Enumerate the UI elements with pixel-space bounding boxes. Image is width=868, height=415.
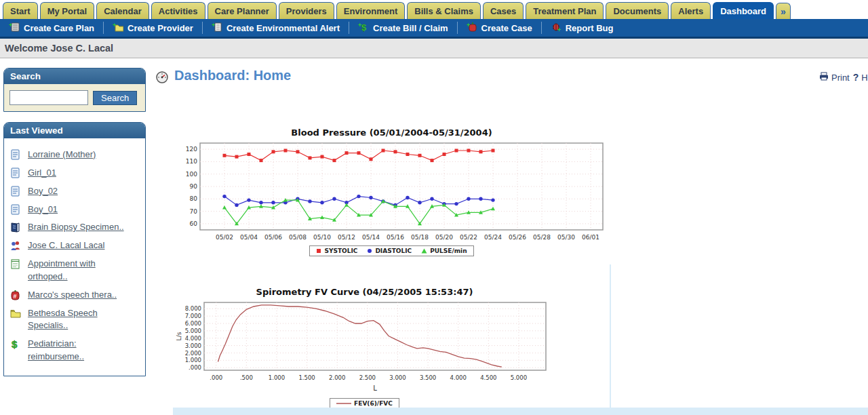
dashboard-page: { "tabs": { "items": [ {"label":"Start",… xyxy=(0,0,868,415)
svg-text:1.000: 1.000 xyxy=(269,374,285,381)
last-viewed-item-appointment[interactable]: Appointment with orthoped.. xyxy=(10,258,141,283)
tab-alerts[interactable]: Alerts xyxy=(671,2,711,19)
svg-text:90: 90 xyxy=(190,183,198,190)
help-label: Help xyxy=(861,73,868,83)
print-link[interactable]: Print xyxy=(819,72,850,83)
svg-text:80: 80 xyxy=(190,195,198,202)
blood-pressure-chart-panel: Blood Pressure (05/01/2004-05/31/2004) 6… xyxy=(173,125,610,271)
create-environmental-alert-button[interactable]: + Create Environmental Alert xyxy=(203,19,349,37)
last-viewed-panel: Last Viewed Lorraine (Mother) Girl_01 Bo… xyxy=(3,122,146,376)
svg-text:05/18: 05/18 xyxy=(411,234,429,241)
tab-activities[interactable]: Activities xyxy=(151,2,205,19)
svg-text:05/20: 05/20 xyxy=(435,234,453,241)
svg-text:L/s: L/s xyxy=(176,332,182,340)
blood-pressure-legend: SYSTOLIC DIASTOLIC PULSE/min xyxy=(309,245,473,256)
tab-dashboard[interactable]: Dashboard xyxy=(713,2,774,19)
tab-care-planner[interactable]: Care Planner xyxy=(208,2,277,19)
tab-environment[interactable]: Environment xyxy=(336,2,405,19)
svg-text:.000: .000 xyxy=(210,374,222,381)
create-case-icon: + xyxy=(467,22,477,34)
svg-text:+: + xyxy=(9,22,12,28)
svg-text:110: 110 xyxy=(186,158,197,165)
portlet-bottom-strip xyxy=(173,408,868,415)
blood-pressure-legend-row: SYSTOLIC DIASTOLIC PULSE/min xyxy=(173,245,610,256)
last-viewed-item-bethesda[interactable]: Bethesda Speech Specialis.. xyxy=(10,307,141,333)
spirometry-chart-title: Spirometry FV Curve (04/25/2005 15:53:47… xyxy=(173,285,556,298)
page-title: Dashboard: Home xyxy=(174,68,291,83)
triangle-marker-icon xyxy=(421,248,427,254)
svg-text:1.000: 1.000 xyxy=(185,357,201,363)
svg-text:4.500: 4.500 xyxy=(480,374,496,381)
case-red-icon: # xyxy=(10,290,22,300)
svg-text:$: $ xyxy=(12,338,18,349)
search-button[interactable]: Search xyxy=(93,91,137,105)
last-viewed-item-jose-lacal[interactable]: Jose C. Lacal Lacal xyxy=(10,239,141,252)
spirometry-chart: .0001.0002.0003.0004.0005.0006.0007.0008… xyxy=(173,298,556,395)
create-provider-button[interactable]: + Create Provider xyxy=(104,19,202,37)
svg-text:2.500: 2.500 xyxy=(359,374,376,381)
line-marker-icon xyxy=(336,401,351,406)
contact-card-icon xyxy=(10,204,22,215)
svg-text:60: 60 xyxy=(190,220,198,227)
tab-documents[interactable]: Documents xyxy=(606,2,669,19)
svg-text:06/01: 06/01 xyxy=(582,234,599,241)
last-viewed-item-pediatrician[interactable]: $ Pediatrician: reimburseme.. xyxy=(10,338,141,363)
svg-text:05/28: 05/28 xyxy=(533,234,551,241)
svg-text:4.000: 4.000 xyxy=(450,374,467,381)
last-viewed-item-boy01[interactable]: Boy_01 xyxy=(10,203,141,216)
create-bill-claim-button[interactable]: $+ Create Bill / Claim xyxy=(349,19,457,37)
tab-start[interactable]: Start xyxy=(3,2,38,19)
svg-text:05/22: 05/22 xyxy=(460,234,477,241)
dashboard-gauge-icon xyxy=(156,71,168,86)
svg-text:3.500: 3.500 xyxy=(420,374,436,381)
create-environmental-alert-label: Create Environmental Alert xyxy=(226,23,340,33)
tab-cases[interactable]: Cases xyxy=(483,2,524,19)
svg-text:+: + xyxy=(557,26,561,32)
create-care-plan-button[interactable]: + Create Care Plan xyxy=(0,19,103,37)
report-bug-label: Report Bug xyxy=(566,23,614,33)
svg-text:5.000: 5.000 xyxy=(511,374,527,381)
search-input[interactable] xyxy=(9,90,88,105)
last-viewed-item-lorraine[interactable]: Lorraine (Mother) xyxy=(10,149,141,161)
tab-providers[interactable]: Providers xyxy=(279,2,334,19)
people-icon xyxy=(10,240,22,251)
create-case-button[interactable]: + Create Case xyxy=(458,19,541,37)
tab-bills-claims[interactable]: Bills & Claims xyxy=(407,2,481,19)
create-environmental-alert-icon: + xyxy=(212,22,222,34)
svg-text:1.500: 1.500 xyxy=(298,374,315,381)
last-viewed-item-brain-biopsy[interactable]: Brain Biopsy Specimen.. xyxy=(10,221,141,234)
search-panel-body: Search xyxy=(4,84,145,111)
folder-yellow-icon xyxy=(10,308,22,319)
svg-text:2.000: 2.000 xyxy=(185,350,201,357)
last-viewed-label: Lorraine (Mother) xyxy=(28,149,96,161)
report-bug-button[interactable]: + Report Bug xyxy=(542,19,623,37)
tab-treatment-plan[interactable]: Treatment Plan xyxy=(526,2,604,19)
svg-text:+: + xyxy=(467,22,470,28)
tab-my-portal[interactable]: My Portal xyxy=(40,2,95,19)
svg-text:6.000: 6.000 xyxy=(185,320,201,327)
svg-text:70: 70 xyxy=(190,208,198,215)
svg-text:05/02: 05/02 xyxy=(216,234,233,241)
legend-item-diastolic: DIASTOLIC xyxy=(367,248,412,254)
last-viewed-item-boy02[interactable]: Boy_02 xyxy=(10,185,141,198)
svg-text:05/10: 05/10 xyxy=(313,234,331,241)
contact-card-icon xyxy=(10,149,22,160)
last-viewed-label: Boy_01 xyxy=(28,203,58,216)
search-panel: Search Search xyxy=(3,68,146,112)
quick-create-toolbar: + Create Care Plan + Create Provider + C… xyxy=(0,19,868,39)
printer-icon xyxy=(819,72,829,83)
tab-calendar[interactable]: Calendar xyxy=(96,2,149,19)
more-tabs-button[interactable]: » xyxy=(776,3,791,19)
last-viewed-label: Marco's speech thera.. xyxy=(28,289,117,302)
contact-card-icon xyxy=(10,167,22,178)
last-viewed-item-marco-speech[interactable]: # Marco's speech thera.. xyxy=(10,289,141,302)
last-viewed-item-girl01[interactable]: Girl_01 xyxy=(10,167,141,180)
legend-label: FEV(6)/FVC xyxy=(354,400,393,407)
print-help-links: Print ? Help xyxy=(819,72,868,83)
blood-pressure-chart: 6070809010011012005/0205/0405/0605/0805/… xyxy=(173,139,610,242)
create-case-label: Create Case xyxy=(481,23,532,33)
help-link[interactable]: ? Help xyxy=(853,72,868,83)
svg-text:120: 120 xyxy=(186,146,197,153)
contact-card-icon xyxy=(10,186,22,197)
svg-text:$: $ xyxy=(361,22,367,32)
